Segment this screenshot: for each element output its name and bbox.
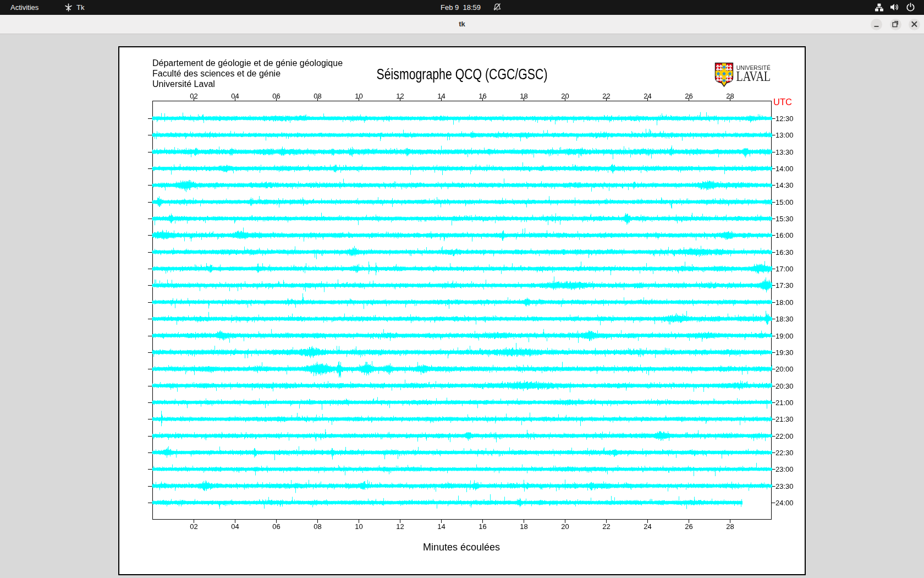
- svg-text:LAVAL: LAVAL: [736, 68, 771, 84]
